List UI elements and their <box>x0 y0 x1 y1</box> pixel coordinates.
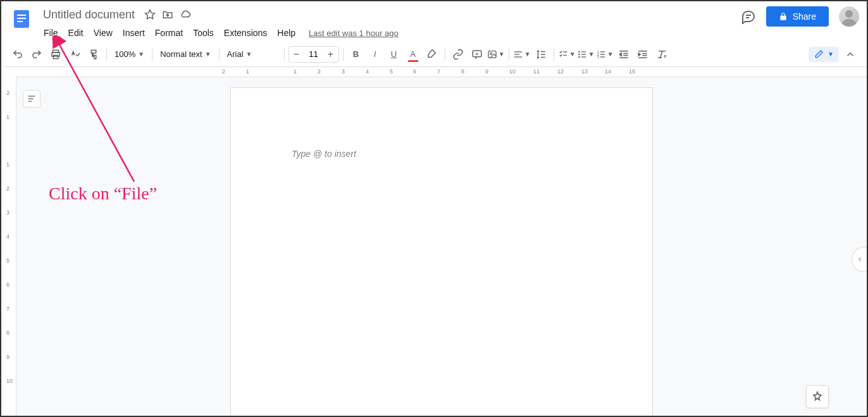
vertical-ruler: 2 1 1 2 3 4 5 6 7 8 9 10 <box>1 77 16 416</box>
menu-tools[interactable]: Tools <box>189 25 218 40</box>
user-avatar[interactable] <box>839 6 859 27</box>
svg-point-17 <box>578 51 579 52</box>
svg-text:3: 3 <box>597 56 599 59</box>
spellcheck-button[interactable] <box>66 46 84 63</box>
last-edit-link[interactable]: Last edit was 1 hour ago <box>309 28 399 38</box>
link-button[interactable] <box>449 46 467 63</box>
line-spacing-button[interactable] <box>532 46 550 63</box>
menu-file[interactable]: File <box>39 25 63 40</box>
zoom-dropdown[interactable]: 100%▼ <box>111 47 148 61</box>
redo-button[interactable] <box>28 46 46 63</box>
document-page[interactable]: Type @ to insert <box>230 87 653 416</box>
indent-decrease-button[interactable] <box>615 46 633 63</box>
paint-format-button[interactable] <box>85 46 102 63</box>
bullet-list-button[interactable]: ▼ <box>577 46 595 63</box>
svg-point-19 <box>578 56 579 57</box>
font-size-increase[interactable]: + <box>323 47 338 62</box>
indent-increase-button[interactable] <box>634 46 652 63</box>
numbered-list-button[interactable]: 123▼ <box>596 46 614 63</box>
menu-extensions[interactable]: Extensions <box>220 25 271 40</box>
undo-button[interactable] <box>9 46 27 63</box>
highlight-button[interactable] <box>423 46 441 63</box>
share-label: Share <box>793 11 816 22</box>
style-dropdown[interactable]: Normal text▼ <box>156 47 214 61</box>
document-placeholder: Type @ to insert <box>292 149 356 159</box>
clear-format-button[interactable] <box>653 46 671 63</box>
svg-rect-2 <box>17 18 26 19</box>
docs-logo[interactable] <box>9 6 34 32</box>
checklist-button[interactable]: ▼ <box>558 46 576 63</box>
text-color-button[interactable]: A <box>404 46 422 63</box>
comment-button[interactable] <box>468 46 486 63</box>
horizontal-ruler: 2 1 1 2 3 4 5 6 7 8 9 10 11 12 13 14 15 <box>16 67 867 77</box>
menu-insert[interactable]: Insert <box>118 25 149 40</box>
underline-button[interactable]: U <box>385 46 403 63</box>
share-button[interactable]: Share <box>766 6 829 27</box>
svg-point-13 <box>490 53 492 54</box>
document-title[interactable]: Untitled document <box>39 7 139 23</box>
comment-history-icon[interactable] <box>741 9 756 24</box>
svg-point-7 <box>845 10 853 18</box>
align-button[interactable]: ▼ <box>513 46 531 63</box>
explore-button[interactable] <box>806 385 829 408</box>
move-icon[interactable] <box>161 8 174 21</box>
menu-edit[interactable]: Edit <box>64 25 88 40</box>
svg-rect-3 <box>17 21 23 22</box>
font-size-input[interactable] <box>304 49 323 59</box>
star-icon[interactable] <box>144 8 156 21</box>
cloud-icon[interactable] <box>179 8 192 21</box>
font-size-decrease[interactable]: − <box>289 47 304 62</box>
bold-button[interactable]: B <box>347 46 365 63</box>
collapse-toolbar-button[interactable] <box>841 46 859 63</box>
font-size-control: − + <box>288 46 339 63</box>
menu-format[interactable]: Format <box>151 25 187 40</box>
menu-view[interactable]: View <box>89 25 117 40</box>
toolbar: 100%▼ Normal text▼ Arial▼ − + B I U A ▼ … <box>1 42 867 67</box>
image-button[interactable]: ▼ <box>487 46 505 63</box>
svg-rect-1 <box>17 15 26 16</box>
print-button[interactable] <box>47 46 65 63</box>
svg-point-18 <box>578 54 579 54</box>
outline-toggle-button[interactable] <box>23 90 40 108</box>
menu-help[interactable]: Help <box>273 25 300 40</box>
font-dropdown[interactable]: Arial▼ <box>223 47 280 61</box>
svg-marker-4 <box>146 10 155 19</box>
edit-mode-button[interactable]: ▼ <box>809 47 839 62</box>
italic-button[interactable]: I <box>366 46 384 63</box>
